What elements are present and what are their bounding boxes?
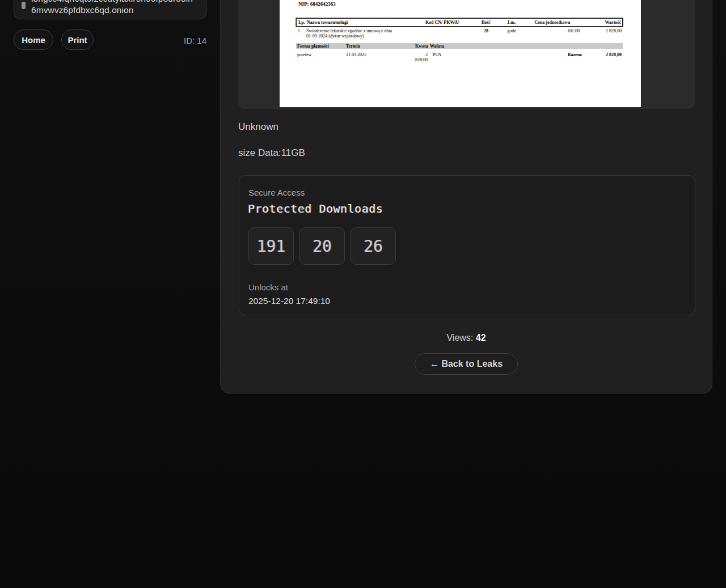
row-name-line1: Świadczenie lekarskie zgodnie z umową z …	[306, 28, 392, 33]
unlocks-at-time: 2025-12-20 17:49:10	[248, 296, 330, 306]
secure-access-card: Secure Access Protected Downloads 191 20…	[239, 175, 695, 315]
razem-label: Razem:	[462, 52, 583, 62]
data-size-label: size Data:11GB	[238, 147, 305, 159]
payment-header-termin: Termin	[346, 44, 415, 49]
secure-access-eyebrow: Secure Access	[248, 188, 305, 197]
onion-address-line1: longcc4fqrfcqt5i2ccutylaxlr6h66fp8dr3oln	[31, 0, 193, 5]
row-name-line2: 01-09-2024 (dyżur wyjazdowy)	[306, 33, 364, 39]
header-name: Nazwa towaru/usługi	[307, 20, 412, 25]
payment-header-band: Forma płatności Termin Kwota Waluta	[296, 43, 623, 49]
row-ilosc: 28	[472, 28, 500, 41]
invoice-item-row: 1 Świadczenie lekarskie zgodnie z umową …	[296, 27, 623, 41]
header-ilosc: Ilość	[472, 20, 500, 25]
row-wartosc: 2 828,00	[583, 28, 623, 41]
countdown-minutes: 26	[351, 227, 396, 265]
back-to-leaks-button[interactable]: ← Back to Leaks	[415, 353, 518, 375]
countdown-hours: 20	[299, 227, 345, 265]
unlocks-at-label: Unlocks at	[248, 282, 288, 292]
payment-header-forma: Forma płatności	[296, 44, 346, 49]
views-counter: Views: 42	[221, 333, 712, 343]
payment-forma: przelew	[296, 52, 346, 62]
lock-icon	[22, 2, 26, 9]
header-jm: J.m.	[500, 20, 523, 25]
views-value: 42	[476, 333, 486, 342]
invoice-nip: NIP: 6842642363	[298, 1, 336, 7]
payment-row: przelew 21.03.2025 2 828,00 PLN Razem: 2…	[296, 52, 623, 62]
invoice-table-header: Lp. Nazwa towaru/usługi Kod CN/ PKWiU Il…	[296, 18, 623, 27]
row-kod	[412, 28, 472, 41]
payment-header-kwota: Kwota	[415, 44, 428, 49]
row-jm: godz	[500, 28, 523, 41]
protected-downloads-title: Protected Downloads	[248, 202, 383, 215]
row-lp: 1	[296, 28, 306, 41]
payment-header-waluta: Waluta	[428, 44, 444, 49]
payment-waluta: PLN	[428, 52, 462, 62]
onion-address-line2: 6mvwvz6pfdbxc6qd.onion	[31, 5, 193, 16]
invoice-table: Lp. Nazwa towaru/usługi Kod CN/ PKWiU Il…	[296, 18, 623, 62]
onion-address-box[interactable]: longcc4fqrfcqt5i2ccutylaxlr6h66fp8dr3oln…	[14, 0, 206, 19]
views-label: Views:	[446, 333, 473, 342]
countdown-days: 191	[248, 227, 294, 265]
leak-detail-card: NIP: 6842642363 Lp. Nazwa towaru/usługi …	[220, 0, 712, 394]
payment-kwota: 2 828,00	[415, 52, 428, 62]
header-lp: Lp.	[297, 20, 307, 25]
razem-value: 2 828,00	[583, 52, 622, 62]
document-viewer[interactable]: NIP: 6842642363 Lp. Nazwa towaru/usługi …	[238, 0, 695, 109]
row-name: Świadczenie lekarskie zgodnie z umową z …	[306, 28, 412, 41]
header-wartosc: Wartość	[582, 20, 622, 25]
header-cena: Cena jednostkowa	[523, 20, 583, 25]
record-id-label: ID: 14	[14, 36, 206, 45]
invoice-document-page: NIP: 6842642363 Lp. Nazwa towaru/usługi …	[280, 0, 641, 107]
payment-termin: 21.03.2025	[346, 52, 415, 62]
header-kod: Kod CN/ PKWiU	[412, 20, 472, 25]
company-name: Unknown	[238, 121, 278, 133]
row-cena: 101,00	[523, 28, 583, 41]
onion-address: longcc4fqrfcqt5i2ccutylaxlr6h66fp8dr3oln…	[31, 0, 193, 16]
